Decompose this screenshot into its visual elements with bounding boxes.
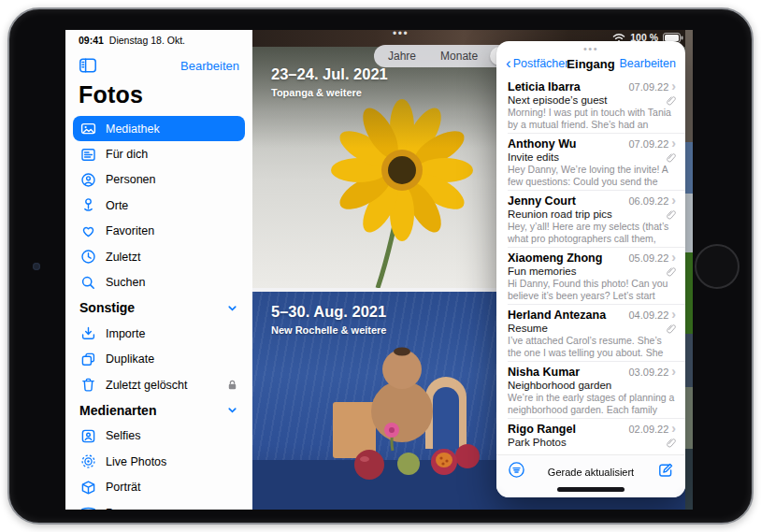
message-preview: We’re in the early stages of planning a … (508, 392, 676, 416)
sidebar-item-panoramen[interactable]: Panoramen (73, 500, 245, 510)
search-icon (79, 275, 96, 291)
sidebar-item-zuletzt-geloescht[interactable]: Zuletzt gelöscht (73, 372, 245, 397)
chevron-down-icon (226, 404, 238, 416)
photo-group-location: Topanga & weitere (271, 87, 388, 98)
chevron-right-icon: › (671, 252, 676, 262)
sidebar-item-suchen[interactable]: Suchen (73, 269, 245, 295)
trash-icon (79, 377, 96, 393)
sidebar-item-orte[interactable]: Orte (73, 193, 245, 218)
sidebar-item-label: Selfies (106, 429, 141, 442)
mailbox-title: Eingang (567, 57, 614, 71)
message-sender: Leticia Ibarra (508, 80, 581, 93)
message-subject: Fun memories (508, 266, 577, 277)
sidebar-item-label: Orte (106, 199, 128, 212)
message-date: 03.09.22 (629, 367, 669, 378)
sidebar-item-selfies[interactable]: Selfies (73, 424, 245, 449)
sidebar-item-zuletzt[interactable]: Zuletzt (73, 244, 245, 269)
live-photos-icon (79, 453, 96, 469)
message-sender: Herland Antezana (508, 309, 606, 322)
sidebar-item-label: Zuletzt gelöscht (106, 379, 188, 392)
chevron-left-icon: ‹ (506, 59, 511, 68)
import-icon (79, 325, 96, 341)
sidebar-section-sonstige[interactable]: Sonstige (73, 295, 245, 321)
sidebar-item-label: Mediathek (106, 122, 160, 136)
status-bar-left: 09:41Dienstag 18. Okt. (65, 30, 252, 46)
compose-icon[interactable] (657, 462, 674, 479)
message-preview: Morning! I was put in touch with Tania b… (508, 107, 676, 131)
mail-slideover: ••• ‹ Postfächer Eingang Bearbeiten Leti… (496, 41, 685, 497)
message-subject: Next episode’s guest (508, 94, 608, 106)
sidebar-item-favoriten[interactable]: Favoriten (73, 219, 245, 244)
places-pin-icon (79, 197, 96, 213)
message-row[interactable]: Jenny Court 06.09.22› Reunion road trip … (496, 191, 685, 248)
sidebar-toggle-icon[interactable] (79, 57, 97, 74)
message-date: 05.09.22 (629, 252, 669, 264)
paperclip-icon (667, 324, 676, 334)
sidebar-item-portraet[interactable]: Porträt (73, 474, 245, 499)
sidebar-item-fuer-dich[interactable]: Für dich (73, 141, 245, 166)
slideover-grabber[interactable] (557, 487, 625, 492)
photo-group-date: 5–30. Aug. 2021 (271, 303, 387, 321)
message-row[interactable]: Anthony Wu 07.09.22› Invite edits Hey Da… (496, 134, 685, 191)
filter-icon[interactable] (508, 461, 525, 479)
message-row[interactable]: Herland Antezana 04.09.22› Resume I’ve a… (496, 305, 685, 362)
lock-icon (226, 379, 238, 391)
selfie-icon (79, 428, 96, 444)
message-subject: Invite edits (508, 151, 559, 163)
mailboxes-back-button[interactable]: ‹ Postfächer (506, 57, 568, 70)
message-sender: Rigo Rangel (508, 423, 576, 436)
sidebar-item-importe[interactable]: Importe (73, 321, 245, 346)
status-time: 09:41 (79, 35, 104, 46)
message-subject: Park Photos (508, 437, 567, 448)
message-sender: Jenny Court (508, 194, 576, 208)
sidebar-item-duplikate[interactable]: Duplikate (73, 347, 245, 372)
photos-edit-button[interactable]: Bearbeiten (180, 59, 239, 73)
sidebar-item-live-photos[interactable]: Live Photos (73, 449, 245, 474)
mail-status-text: Gerade aktualisiert (548, 467, 634, 478)
clock-icon (79, 249, 96, 265)
sidebar-item-label: Importe (106, 327, 145, 340)
sidebar-section-medienarten[interactable]: Medienarten (73, 397, 245, 423)
photo-group-date: 23–24. Jul. 2021 (271, 65, 388, 83)
sidebar-item-label: Personen (106, 173, 156, 186)
section-label: Medienarten (79, 403, 156, 418)
message-subject: Reunion road trip pics (508, 208, 612, 220)
sidebar-item-label: Live Photos (106, 455, 166, 468)
message-preview: Hey Danny, We’re loving the invite! A fe… (508, 164, 676, 188)
paperclip-icon (667, 266, 676, 277)
ipad-device: 09:41Dienstag 18. Okt. Bearbeiten Fotos (7, 7, 754, 525)
sidebar-item-mediathek[interactable]: Mediathek (73, 116, 245, 141)
message-row[interactable]: Nisha Kumar 03.09.22› Neighborhood garde… (496, 362, 685, 419)
window-handle-icon[interactable]: ••• (393, 30, 409, 40)
message-date: 06.09.22 (629, 195, 669, 207)
heart-icon (79, 223, 96, 239)
sidebar-item-personen[interactable]: Personen (73, 167, 245, 193)
duplicates-icon (79, 352, 96, 367)
home-button[interactable] (695, 244, 739, 289)
message-date: 02.09.22 (629, 424, 669, 435)
message-row[interactable]: Xiaomeng Zhong 05.09.22› Fun memories Hi… (496, 248, 685, 305)
status-date: Dienstag 18. Okt. (109, 35, 185, 46)
people-icon (79, 172, 96, 188)
window-handle-icon[interactable]: ••• (496, 41, 685, 53)
sidebar-item-label: Porträt (106, 481, 141, 494)
section-label: Sonstige (79, 300, 135, 315)
message-date: 07.09.22 (629, 81, 669, 93)
paperclip-icon (667, 209, 676, 220)
chevron-right-icon: › (671, 81, 676, 91)
tab-jahre[interactable]: Jahre (376, 47, 428, 65)
mail-toolbar: Gerade aktualisiert (496, 454, 685, 497)
sidebar-item-label: Favoriten (106, 224, 154, 237)
message-row[interactable]: Leticia Ibarra 07.09.22› Next episode’s … (496, 77, 685, 134)
tab-monate[interactable]: Monate (428, 47, 490, 65)
mail-header: ‹ Postfächer Eingang Bearbeiten (496, 53, 685, 76)
portrait-cube-icon (79, 480, 96, 496)
background-photos-column (685, 30, 693, 510)
photo-group-location: New Rochelle & weitere (271, 324, 387, 336)
photo-group-label: 5–30. Aug. 2021 New Rochelle & weitere (271, 303, 387, 336)
mail-edit-button[interactable]: Bearbeiten (620, 57, 676, 70)
paperclip-icon (667, 438, 676, 448)
paperclip-icon (667, 95, 676, 106)
message-date: 04.09.22 (629, 309, 669, 321)
message-preview: I’ve attached Carol’s resume. She’s the … (508, 335, 676, 359)
